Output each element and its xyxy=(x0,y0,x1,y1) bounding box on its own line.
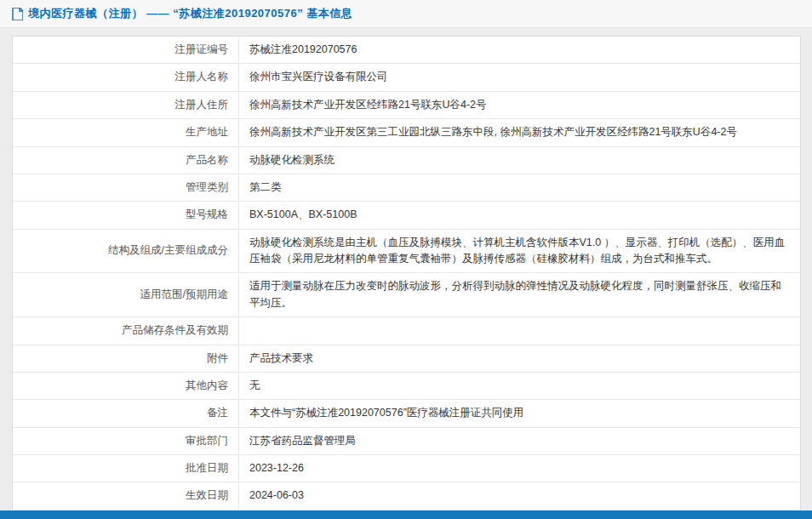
row-value: 2024-06-03 xyxy=(239,482,800,509)
info-table: 注册证编号 苏械注准20192070576 注册人名称 徐州市宝兴医疗设备有限公… xyxy=(12,36,801,519)
table-row-model-spec: 型号规格 BX-5100A、BX-5100B xyxy=(13,202,800,229)
table-row-management-category: 管理类别 第二类 xyxy=(13,174,800,202)
document-icon xyxy=(12,8,23,20)
table-row-intended-use: 适用范围/预期用途 适用于测量动脉在压力改变时的脉动波形，分析得到动脉的弹性情况… xyxy=(13,273,800,317)
row-value: BX-5100A、BX-5100B xyxy=(239,202,800,228)
row-label: 产品名称 xyxy=(13,147,239,174)
row-value: 适用于测量动脉在压力改变时的脉动波形，分析得到动脉的弹性情况及动脉硬化程度，同时… xyxy=(239,273,800,317)
row-value: 苏械注准20192070576 xyxy=(239,37,800,63)
row-value: 2023-12-26 xyxy=(239,455,800,482)
row-label: 注册人住所 xyxy=(13,92,239,118)
table-row-attachment: 附件 产品技术要求 xyxy=(13,345,800,373)
row-label: 管理类别 xyxy=(13,174,239,201)
row-label: 产品储存条件及有效期 xyxy=(13,317,239,344)
row-value: 本文件与“苏械注准20192070576”医疗器械注册证共同使用 xyxy=(239,400,800,426)
row-label: 型号规格 xyxy=(13,202,239,228)
row-label: 备注 xyxy=(13,400,239,426)
row-value: 徐州高新技术产业开发区第三工业园北纵三路东中段, 徐州高新技术产业开发区经纬路2… xyxy=(239,119,800,145)
row-label: 结构及组成/主要组成成分 xyxy=(13,230,239,273)
table-row-registrant-address: 注册人住所 徐州高新技术产业开发区经纬路21号联东U谷4-2号 xyxy=(13,92,800,119)
row-label: 注册人名称 xyxy=(13,64,239,90)
table-row-effective-date: 生效日期 2024-06-03 xyxy=(13,482,800,510)
row-value: 江苏省药品监督管理局 xyxy=(239,428,800,454)
table-row-approval-date: 批准日期 2023-12-26 xyxy=(13,455,800,482)
table-row-production-address: 生产地址 徐州高新技术产业开发区第三工业园北纵三路东中段, 徐州高新技术产业开发… xyxy=(13,119,800,146)
table-row-structure-composition: 结构及组成/主要组成成分 动脉硬化检测系统是由主机（血压及脉搏模块、计算机主机含… xyxy=(13,230,800,274)
table-row-remarks: 备注 本文件与“苏械注准20192070576”医疗器械注册证共同使用 xyxy=(13,400,800,427)
row-label: 审批部门 xyxy=(13,428,239,454)
page-title: 境内医疗器械（注册） —— “苏械注准20192070576” 基本信息 xyxy=(28,6,352,21)
row-label: 生效日期 xyxy=(13,482,239,509)
table-row-storage-conditions: 产品储存条件及有效期 xyxy=(13,317,800,345)
row-label: 生产地址 xyxy=(13,119,239,145)
row-value: 徐州高新技术产业开发区经纬路21号联东U谷4-2号 xyxy=(239,92,800,118)
row-label: 注册证编号 xyxy=(13,37,239,63)
table-row-approval-department: 审批部门 江苏省药品监督管理局 xyxy=(13,428,800,455)
row-value xyxy=(239,317,800,344)
row-label: 其他内容 xyxy=(13,373,239,399)
row-value: 无 xyxy=(239,373,800,399)
page: 境内医疗器械（注册） —— “苏械注准20192070576” 基本信息 注册证… xyxy=(0,0,812,519)
row-value: 动脉硬化检测系统 xyxy=(239,147,800,174)
row-value: 动脉硬化检测系统是由主机（血压及脉搏模块、计算机主机含软件版本V1.0 ）、显示… xyxy=(239,230,800,273)
table-row-product-name: 产品名称 动脉硬化检测系统 xyxy=(13,147,800,174)
row-value: 徐州市宝兴医疗设备有限公司 xyxy=(239,64,800,90)
row-value: 产品技术要求 xyxy=(239,345,800,372)
row-value: 第二类 xyxy=(239,174,800,201)
table-row-registrant-name: 注册人名称 徐州市宝兴医疗设备有限公司 xyxy=(13,64,800,91)
row-label: 附件 xyxy=(13,345,239,372)
table-row-registration-number: 注册证编号 苏械注准20192070576 xyxy=(13,37,800,64)
page-header: 境内医疗器械（注册） —— “苏械注准20192070576” 基本信息 xyxy=(0,0,812,28)
table-row-other-content: 其他内容 无 xyxy=(13,373,800,400)
row-label: 批准日期 xyxy=(13,455,239,482)
row-label: 适用范围/预期用途 xyxy=(13,273,239,317)
footer-bar xyxy=(0,510,812,519)
